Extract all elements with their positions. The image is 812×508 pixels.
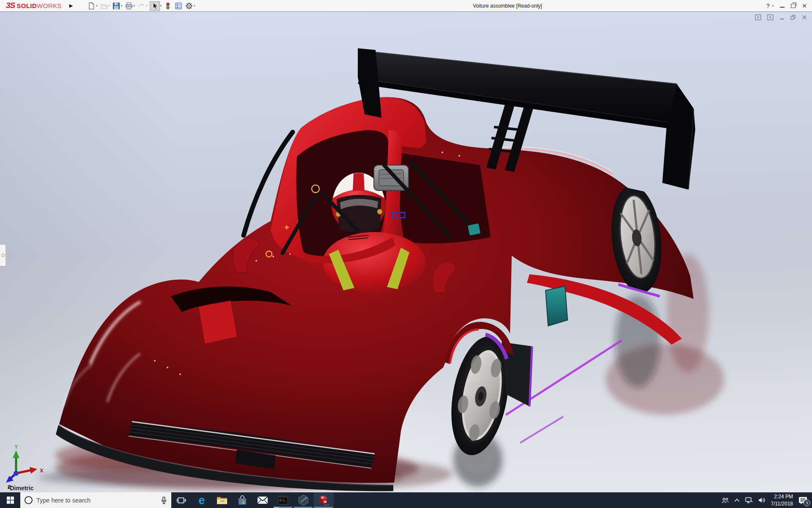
- solidworks-icon: S W 2017: [318, 494, 329, 506]
- open-document-icon: [100, 2, 108, 10]
- dropdown-caret-icon[interactable]: ▾: [134, 4, 135, 8]
- doc-close-icon[interactable]: [802, 15, 807, 20]
- taskbar-app-command-prompt[interactable]: C:\_: [273, 492, 293, 508]
- dropdown-caret-icon[interactable]: ▾: [194, 4, 195, 8]
- close-button[interactable]: ✕: [802, 3, 807, 9]
- select-tool-button[interactable]: ▾: [149, 1, 162, 11]
- start-button[interactable]: [0, 492, 20, 508]
- edge-icon: e: [196, 494, 208, 506]
- taskbar-app-store[interactable]: [232, 492, 252, 508]
- svg-text:W: W: [324, 500, 327, 503]
- notification-badge: 3: [804, 500, 810, 506]
- window-controls: ? ▾ ✕: [766, 0, 807, 11]
- dropdown-caret-icon: ▾: [146, 4, 148, 8]
- file-explorer-icon: [217, 496, 228, 505]
- task-view-button[interactable]: [171, 492, 192, 508]
- rebuild-traffic-light-icon: [164, 2, 172, 10]
- dropdown-caret-icon[interactable]: ▾: [121, 4, 123, 8]
- dock-pane-left-icon[interactable]: [755, 14, 761, 20]
- title-bar: 3S SOLID WORKS ▶ ▾ ▾: [0, 0, 812, 12]
- tray-date: 7/11/2018: [771, 500, 793, 507]
- people-icon[interactable]: [721, 497, 729, 503]
- print-icon: [125, 2, 133, 10]
- screen: 3S SOLID WORKS ▶ ▾ ▾: [0, 0, 812, 508]
- help-dropdown-caret-icon[interactable]: ▾: [772, 4, 774, 8]
- file-properties-icon: [174, 2, 183, 10]
- triad-y-label: Y: [14, 444, 18, 450]
- race-car-model[interactable]: Y X Z: [0, 12, 812, 492]
- minimize-button[interactable]: [780, 7, 785, 8]
- search-box[interactable]: Type here to search: [20, 492, 171, 508]
- dropdown-caret-icon[interactable]: ▾: [96, 4, 98, 8]
- quick-access-toolbar: ▾ ▾ ▾: [87, 0, 197, 11]
- hood-accent-panel: [199, 301, 237, 344]
- new-document-icon: [87, 2, 96, 10]
- select-tool-active-frame: [150, 1, 160, 11]
- svg-text:C:\_: C:\_: [280, 499, 286, 502]
- print-button[interactable]: ▾: [124, 1, 136, 11]
- search-placeholder: Type here to search: [36, 497, 157, 504]
- svg-text:S: S: [321, 496, 324, 499]
- solidworks-logo: 3S SOLID WORKS: [6, 1, 62, 10]
- store-icon: [237, 495, 247, 505]
- graphics-area[interactable]: Y X Z *Dimetric: [0, 12, 812, 492]
- network-icon[interactable]: [745, 497, 753, 503]
- save-button[interactable]: ▾: [112, 1, 123, 11]
- rebuild-button[interactable]: [163, 1, 173, 11]
- solidworks-logo-glyph: 3S: [6, 1, 15, 10]
- open-document-button[interactable]: ▾: [99, 1, 111, 11]
- menu-flyout-button[interactable]: ▶: [68, 2, 74, 10]
- feature-panel-flyout-tab[interactable]: [0, 244, 6, 266]
- visor-pivot-right: [377, 209, 382, 214]
- taskbar-app-mail[interactable]: [252, 492, 273, 508]
- gear-icon: [185, 2, 193, 10]
- taskbar-app-edge[interactable]: e: [192, 492, 212, 508]
- document-window-controls: [755, 14, 807, 20]
- orientation-triad: Y X Z: [6, 444, 44, 490]
- dropdown-caret-icon[interactable]: ▾: [160, 4, 162, 8]
- dropdown-caret-icon: ▾: [109, 4, 110, 8]
- window-title: Voiture assomblee [Read-only]: [473, 3, 542, 9]
- doc-minimize-icon[interactable]: [779, 15, 785, 20]
- taskbar-app-solidworks[interactable]: S W 2017: [313, 492, 334, 508]
- view-orientation-label: *Dimetric: [8, 485, 33, 491]
- cortana-icon: [25, 496, 33, 504]
- svg-text:e: e: [198, 494, 205, 506]
- action-center-button[interactable]: 3: [798, 496, 808, 505]
- hidden-icons-chevron-icon[interactable]: [734, 498, 740, 502]
- save-icon: [112, 2, 121, 10]
- select-cursor-icon: [151, 2, 159, 10]
- file-properties-button[interactable]: [174, 1, 183, 11]
- flyout-arrow-icon: ▶: [69, 3, 73, 8]
- restore-button[interactable]: [791, 4, 796, 8]
- undo-button[interactable]: ▾: [137, 1, 148, 11]
- command-prompt-icon: C:\_: [278, 496, 288, 505]
- microphone-icon[interactable]: [161, 497, 167, 504]
- doc-restore-icon[interactable]: [790, 15, 796, 20]
- taskbar-app-hexagon[interactable]: [293, 492, 313, 508]
- mail-icon: [257, 496, 268, 504]
- svg-text:2017: 2017: [324, 504, 329, 506]
- triad-x-label: X: [40, 467, 44, 474]
- windows-logo-icon: [7, 497, 14, 504]
- undo-icon: [137, 2, 145, 10]
- dock-pane-right-icon[interactable]: [767, 14, 774, 20]
- task-view-icon: [177, 497, 186, 504]
- taskbar-app-file-explorer[interactable]: [212, 492, 232, 508]
- volume-icon[interactable]: [758, 497, 765, 503]
- taskbar: Type here to search e: [0, 492, 812, 508]
- side-window-teal: [546, 286, 568, 326]
- helmet-crown-stripe: [353, 173, 365, 192]
- side-sill-magenta-trim-2: [520, 417, 563, 443]
- help-button[interactable]: ?: [766, 3, 770, 9]
- system-tray: 2:24 PM 7/11/2018 3: [721, 492, 812, 508]
- tray-time: 2:24 PM: [771, 493, 793, 500]
- options-button[interactable]: ▾: [184, 1, 196, 11]
- new-document-button[interactable]: ▾: [87, 1, 98, 11]
- clock[interactable]: 2:24 PM 7/11/2018: [771, 493, 793, 507]
- hexagon-app-icon: [298, 494, 309, 506]
